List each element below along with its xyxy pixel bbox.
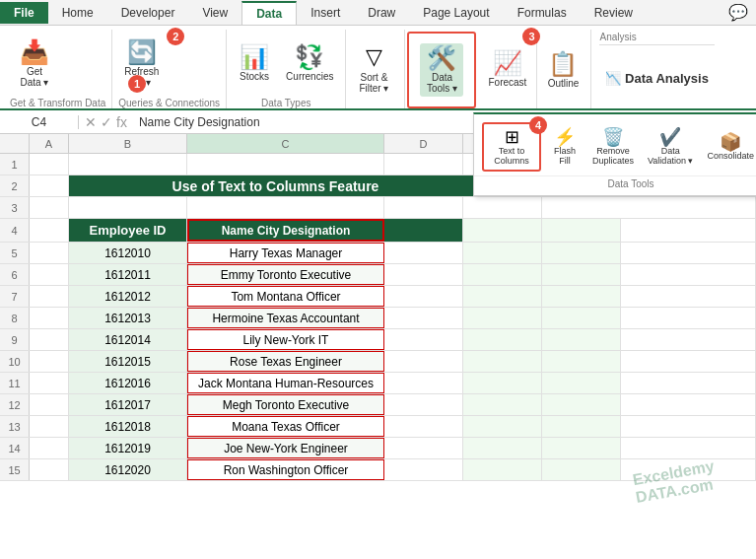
cell-f8[interactable] — [542, 308, 621, 328]
cell-b4-header[interactable]: Employee ID — [69, 219, 187, 242]
outline-button[interactable]: 📋 Outline — [541, 49, 584, 92]
sort-filter-button[interactable]: ▽ Sort &Filter ▾ — [352, 41, 395, 97]
cell-a1[interactable] — [30, 154, 69, 175]
cell-e14[interactable] — [463, 438, 542, 458]
cell-a15[interactable] — [30, 459, 69, 480]
cell-d4[interactable] — [384, 219, 463, 242]
cell-e5[interactable] — [463, 243, 542, 263]
cell-e7[interactable] — [463, 286, 542, 307]
cell-a12[interactable] — [30, 394, 69, 415]
cell-f10[interactable] — [542, 351, 621, 372]
cell-d12[interactable] — [384, 394, 463, 415]
cell-d13[interactable] — [384, 416, 463, 437]
cell-g11[interactable] — [621, 373, 756, 393]
cell-d1[interactable] — [384, 154, 463, 175]
cell-c8[interactable]: Hermoine Texas Accountant — [187, 308, 384, 328]
cell-g5[interactable] — [621, 243, 756, 263]
cell-c7[interactable]: Tom Montana Officer — [187, 286, 384, 307]
cell-c13[interactable]: Moana Texas Officer — [187, 416, 384, 437]
cell-g7[interactable] — [621, 286, 756, 307]
cell-b13[interactable]: 1612018 — [69, 416, 187, 437]
cell-d3[interactable] — [384, 197, 463, 218]
cell-a5[interactable] — [30, 243, 69, 263]
cell-d6[interactable] — [384, 264, 463, 285]
cell-e4[interactable] — [463, 219, 542, 242]
cell-c15[interactable]: Ron Washington Officer — [187, 459, 384, 480]
cell-b10[interactable]: 1612015 — [69, 351, 187, 372]
cell-b3[interactable] — [69, 197, 187, 218]
col-header-b[interactable]: B — [69, 134, 187, 153]
data-analysis-button[interactable]: 📉 Data Analysis — [599, 68, 714, 89]
tab-review[interactable]: Review — [581, 2, 647, 24]
cell-d14[interactable] — [384, 438, 463, 458]
cell-c12[interactable]: Megh Toronto Executive — [187, 394, 384, 415]
flash-fill-button[interactable]: ⚡ FlashFill — [547, 122, 583, 172]
cell-d8[interactable] — [384, 308, 463, 328]
cell-d15[interactable] — [384, 459, 463, 480]
cell-c3[interactable] — [187, 197, 384, 218]
cell-a6[interactable] — [30, 264, 69, 285]
cell-a4[interactable] — [30, 219, 69, 242]
cell-f13[interactable] — [542, 416, 621, 437]
cell-d10[interactable] — [384, 351, 463, 372]
data-validation-button[interactable]: ✔️ DataValidation ▾ — [644, 122, 697, 172]
data-tools-button[interactable]: 🛠️ DataTools ▾ — [420, 43, 463, 97]
tab-insert[interactable]: Insert — [297, 2, 354, 24]
cell-d11[interactable] — [384, 373, 463, 393]
cell-f4[interactable] — [542, 219, 621, 242]
cell-g13[interactable] — [621, 416, 756, 437]
cell-e9[interactable] — [463, 329, 542, 350]
cell-f14[interactable] — [542, 438, 621, 458]
cell-c9[interactable]: Lily New-York IT — [187, 329, 384, 350]
tab-data[interactable]: Data — [241, 1, 297, 25]
cell-g15[interactable] — [621, 459, 756, 480]
cell-e11[interactable] — [463, 373, 542, 393]
cell-e6[interactable] — [463, 264, 542, 285]
stocks-button[interactable]: 📊 Stocks — [233, 42, 276, 85]
tab-developer[interactable]: Developer — [107, 2, 189, 24]
cell-b11[interactable]: 1612016 — [69, 373, 187, 393]
cell-reference[interactable]: C4 — [0, 115, 79, 129]
cell-d5[interactable] — [384, 243, 463, 263]
cell-f15[interactable] — [542, 459, 621, 480]
text-to-columns-button[interactable]: ⊞ Text toColumns 4 — [482, 122, 541, 172]
cell-b8[interactable]: 1612013 — [69, 308, 187, 328]
cell-a3[interactable] — [30, 197, 69, 218]
cell-e8[interactable] — [463, 308, 542, 328]
col-header-a[interactable]: A — [30, 134, 69, 153]
cell-c11[interactable]: Jack Montana Human-Resources — [187, 373, 384, 393]
cancel-formula-icon[interactable]: ✕ — [85, 114, 97, 130]
forecast-button[interactable]: 📈 Forecast — [482, 48, 532, 91]
insert-function-icon[interactable]: fx — [116, 114, 127, 130]
cell-a13[interactable] — [30, 416, 69, 437]
cell-f11[interactable] — [542, 373, 621, 393]
tab-formulas[interactable]: Formulas — [504, 2, 581, 24]
col-header-c[interactable]: C — [187, 134, 384, 153]
cell-g4[interactable] — [621, 219, 756, 242]
cell-d9[interactable] — [384, 329, 463, 350]
remove-duplicates-button[interactable]: 🗑️ RemoveDuplicates — [588, 122, 638, 172]
tab-view[interactable]: View — [188, 2, 241, 24]
cell-a14[interactable] — [30, 438, 69, 458]
cell-g3[interactable] — [542, 197, 756, 218]
cell-g10[interactable] — [621, 351, 756, 372]
cell-b14[interactable]: 1612019 — [69, 438, 187, 458]
tab-page-layout[interactable]: Page Layout — [409, 2, 503, 24]
cell-g9[interactable] — [621, 329, 756, 350]
cell-b7[interactable]: 1612012 — [69, 286, 187, 307]
tab-file[interactable]: File — [0, 2, 48, 24]
cell-b9[interactable]: 1612014 — [69, 329, 187, 350]
cell-e12[interactable] — [463, 394, 542, 415]
cell-f5[interactable] — [542, 243, 621, 263]
cell-e13[interactable] — [463, 416, 542, 437]
cell-a2[interactable] — [30, 175, 69, 196]
cell-g8[interactable] — [621, 308, 756, 328]
cell-a9[interactable] — [30, 329, 69, 350]
cell-b15[interactable]: 1612020 — [69, 459, 187, 480]
cell-b5[interactable]: 1612010 — [69, 243, 187, 263]
cell-f6[interactable] — [542, 264, 621, 285]
consolidate-button[interactable]: 📦 Consolidate — [703, 122, 756, 172]
cell-b2-title[interactable]: Use of Text to Columns Feature — [69, 175, 483, 196]
cell-g6[interactable] — [621, 264, 756, 285]
cell-e10[interactable] — [463, 351, 542, 372]
